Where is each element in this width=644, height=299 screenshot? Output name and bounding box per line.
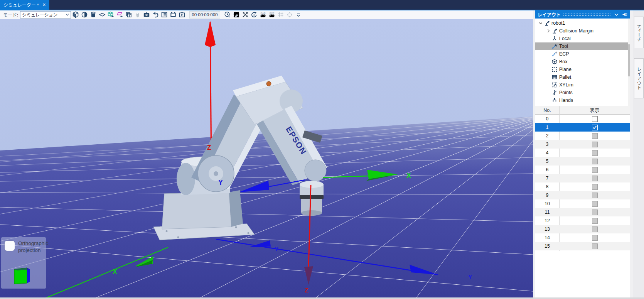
copy-objects-button[interactable] xyxy=(125,11,133,19)
rotate-tool-button[interactable] xyxy=(250,11,258,19)
table-row[interactable]: 4 xyxy=(535,149,630,157)
document-tab-bar: シミュレーター * ✕ xyxy=(0,0,644,10)
plane-visibility-icon xyxy=(116,11,123,18)
tree-item-label: Pallet xyxy=(559,74,571,80)
simulator-window: シミュレーター * ✕ モード: シミュレーション 00:00:00:000 C… xyxy=(0,0,644,299)
visibility-checkbox-disabled xyxy=(592,235,598,241)
panel-pin-button[interactable] xyxy=(622,12,628,18)
tree-item-label: Plane xyxy=(559,67,572,72)
side-tab-layout[interactable]: レイアウト xyxy=(634,58,644,98)
panel-grip-dots[interactable] xyxy=(563,13,611,17)
visibility-checkbox-disabled xyxy=(592,133,598,139)
table-row[interactable]: 9 xyxy=(535,191,630,199)
table-row[interactable]: 3 xyxy=(535,140,630,149)
table-row[interactable]: 11 xyxy=(535,208,630,216)
tree-item-ecp[interactable]: ECP xyxy=(535,50,630,58)
visibility-table: No. 表示 0 1 2 3 4 5 6 7 8 9 10 11 12 13 1… xyxy=(535,106,630,250)
cad-to-point-button: CAD xyxy=(259,11,267,19)
tree-item-label: ECP xyxy=(559,51,569,57)
table-row[interactable]: 14 xyxy=(535,233,630,242)
view-cube[interactable] xyxy=(12,266,32,286)
mode-select[interactable]: シミュレーション xyxy=(20,11,71,19)
table-row[interactable]: 8 xyxy=(535,182,630,191)
table-row[interactable]: 0 xyxy=(535,115,630,123)
points-icon xyxy=(551,90,558,96)
visibility-checkbox[interactable] xyxy=(592,116,598,122)
solid-view-button[interactable] xyxy=(71,11,80,19)
tree-item-tool[interactable]: Tool xyxy=(535,42,630,50)
local-frame-icon xyxy=(551,35,558,42)
clock-pencil-icon xyxy=(224,11,231,18)
table-row[interactable]: 2 xyxy=(535,132,630,140)
rotate-icon xyxy=(251,11,258,18)
hands-icon xyxy=(551,97,558,103)
cylinder-icon xyxy=(90,11,97,18)
controller-button xyxy=(285,11,294,19)
chevron-expanded-icon[interactable] xyxy=(538,20,544,26)
plane-visibility-button[interactable] xyxy=(116,11,124,19)
visibility-checkbox-checked[interactable] xyxy=(592,125,598,130)
table-row[interactable]: 7 xyxy=(535,174,630,182)
screenshot-button[interactable] xyxy=(142,11,151,19)
table-row[interactable]: 6 xyxy=(535,166,630,174)
mode-label: モード: xyxy=(3,12,18,18)
tree-item-robot1[interactable]: robot1 xyxy=(535,19,630,27)
connection-button xyxy=(133,11,142,19)
visibility-checkbox-disabled xyxy=(592,226,598,232)
table-row[interactable]: 10 xyxy=(535,199,630,208)
visibility-checkbox-disabled xyxy=(592,209,598,215)
gamepad-icon xyxy=(286,11,293,18)
property-list-button[interactable] xyxy=(160,11,169,19)
chevron-down-icon xyxy=(66,14,69,16)
reset-view-button[interactable] xyxy=(151,11,160,19)
floor-plane-icon xyxy=(99,11,106,18)
viewport-3d[interactable]: EPSON Z X Y xyxy=(0,19,533,297)
tree-scrollbar-thumb[interactable] xyxy=(628,44,630,76)
table-row-selected[interactable]: 1 xyxy=(535,123,630,132)
box-visibility-button[interactable] xyxy=(107,11,115,19)
table-header: No. 表示 xyxy=(535,106,630,115)
pin-icon xyxy=(622,12,627,17)
visibility-checkbox-disabled xyxy=(592,201,598,207)
table-row[interactable]: 5 xyxy=(535,157,630,166)
sphere-icon xyxy=(81,11,88,18)
tree-item-collision-margin[interactable]: Collision Margin xyxy=(535,27,630,35)
tree-item-pallet[interactable]: Pallet xyxy=(535,73,630,81)
simulation-speed-button[interactable] xyxy=(223,11,232,19)
tree-item-local[interactable]: Local xyxy=(535,35,630,42)
snapshot-icon xyxy=(170,11,177,18)
cube-icon xyxy=(72,11,79,18)
floor-toggle-button[interactable] xyxy=(98,11,106,19)
tool-y-axis-label: Y xyxy=(218,179,223,186)
tree-item-box[interactable]: Box xyxy=(535,58,630,66)
capture-image-button[interactable] xyxy=(169,11,177,19)
visibility-checkbox-disabled xyxy=(592,176,598,181)
table-row[interactable]: 13 xyxy=(535,225,630,233)
table-row[interactable]: 15 xyxy=(535,242,630,250)
robot-icon xyxy=(551,28,558,34)
tree-scrollbar[interactable] xyxy=(628,19,630,106)
region-select-button xyxy=(232,11,241,19)
tree-item-xylim[interactable]: XYLim xyxy=(535,81,630,89)
record-video-button[interactable] xyxy=(178,11,186,19)
panel-menu-button[interactable] xyxy=(613,12,619,18)
tool-z-axis-label: Z xyxy=(305,287,309,294)
tab-simulator[interactable]: シミュレーター * ✕ xyxy=(0,0,49,10)
bottom-edge xyxy=(0,297,644,299)
tab-close-icon[interactable]: ✕ xyxy=(42,3,46,7)
side-tab-teach[interactable]: ティーチ xyxy=(634,17,644,48)
wireframe-view-button[interactable] xyxy=(89,11,98,19)
chevron-collapsed-icon[interactable] xyxy=(545,28,551,34)
tree-item-points[interactable]: Points xyxy=(535,89,630,96)
toolbar-overflow-button[interactable] xyxy=(294,11,303,19)
plane-icon xyxy=(551,66,558,73)
table-row[interactable]: 12 xyxy=(535,216,630,225)
translate-tool-button[interactable] xyxy=(241,11,250,19)
tree-item-label: Tool xyxy=(559,44,568,49)
orthographic-checkbox[interactable] xyxy=(5,241,15,251)
tree-item-hands[interactable]: Hands xyxy=(535,96,630,104)
tab-simulator-label: シミュレーター * xyxy=(3,2,39,8)
tree-item-plane[interactable]: Plane xyxy=(535,66,630,73)
cad-label: CAD xyxy=(260,12,266,14)
shaded-view-button[interactable] xyxy=(80,11,89,19)
